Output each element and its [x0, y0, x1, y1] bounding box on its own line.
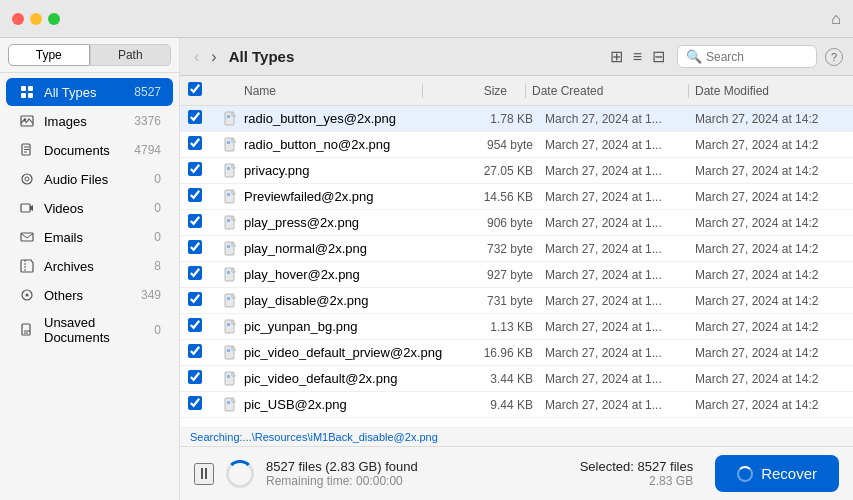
sidebar-item-count-images: 3376: [134, 114, 161, 128]
searching-path: Searching:...\Resources\iM1Back_disable@…: [180, 427, 853, 446]
files-found-label: 8527 files (2.83 GB) found: [266, 459, 568, 474]
table-row[interactable]: play_hover@2x.png 927 byte March 27, 202…: [180, 262, 853, 288]
row-checkbox-9[interactable]: [188, 344, 202, 358]
file-icon-2: [218, 163, 244, 179]
row-modified-2: March 27, 2024 at 14:2: [695, 164, 845, 178]
row-checkbox-10[interactable]: [188, 370, 202, 384]
pause-button[interactable]: ⏸: [194, 463, 214, 485]
search-input[interactable]: [706, 50, 808, 64]
row-checkbox-3[interactable]: [188, 188, 202, 202]
back-button[interactable]: ‹: [190, 46, 203, 68]
sidebar-item-audio-files[interactable]: Audio Files 0: [6, 165, 173, 193]
close-button[interactable]: [12, 13, 24, 25]
table-header: Name Size Date Created Date Modified: [180, 76, 853, 106]
sidebar-item-count-videos: 0: [154, 201, 161, 215]
row-checkbox-6[interactable]: [188, 266, 202, 280]
row-size-11: 9.44 KB: [455, 398, 545, 412]
table-row[interactable]: radio_button_no@2x.png 954 byte March 27…: [180, 132, 853, 158]
row-checkbox-0[interactable]: [188, 110, 202, 124]
svg-rect-39: [227, 375, 230, 378]
forward-button[interactable]: ›: [207, 46, 220, 68]
table-row[interactable]: Previewfailed@2x.png 14.56 KB March 27, …: [180, 184, 853, 210]
sidebar-item-videos[interactable]: Videos 0: [6, 194, 173, 222]
svg-rect-12: [21, 204, 30, 212]
row-checkbox-8[interactable]: [188, 318, 202, 332]
maximize-button[interactable]: [48, 13, 60, 25]
audio-files-icon: [18, 170, 36, 188]
sidebar-item-label-documents: Documents: [44, 143, 134, 158]
view-buttons: ⊞ ≡ ⊟: [606, 45, 669, 68]
svg-rect-33: [227, 297, 230, 300]
row-name-3: Previewfailed@2x.png: [244, 189, 455, 204]
select-all-checkbox[interactable]: [188, 82, 202, 96]
sidebar-tabs: Type Path: [0, 38, 179, 73]
row-checkbox-2[interactable]: [188, 162, 202, 176]
home-icon[interactable]: ⌂: [831, 10, 841, 28]
file-icon-8: [218, 319, 244, 335]
svg-point-11: [25, 177, 29, 181]
table-row[interactable]: play_normal@2x.png 732 byte March 27, 20…: [180, 236, 853, 262]
table-body: radio_button_yes@2x.png 1.78 KB March 27…: [180, 106, 853, 427]
col-created-header: Date Created: [532, 84, 682, 98]
sidebar-item-others[interactable]: Others 349: [6, 281, 173, 309]
sidebar-item-all-types[interactable]: All Types 8527: [6, 78, 173, 106]
row-checkbox-11[interactable]: [188, 396, 202, 410]
table-row[interactable]: pic_video_default_prview@2x.png 16.96 KB…: [180, 340, 853, 366]
grid-view-button[interactable]: ⊞: [606, 45, 627, 68]
sidebar-item-count-unsaved-documents: 0: [154, 323, 161, 337]
file-icon-9: [218, 345, 244, 361]
sidebar-item-count-others: 349: [141, 288, 161, 302]
row-size-9: 16.96 KB: [455, 346, 545, 360]
table-row[interactable]: privacy.png 27.05 KB March 27, 2024 at 1…: [180, 158, 853, 184]
sidebar-item-archives[interactable]: Archives 8: [6, 252, 173, 280]
table-row[interactable]: play_disable@2x.png 731 byte March 27, 2…: [180, 288, 853, 314]
minimize-button[interactable]: [30, 13, 42, 25]
sidebar-item-emails[interactable]: Emails 0: [6, 223, 173, 251]
sidebar-item-label-others: Others: [44, 288, 141, 303]
sidebar: Type Path All Types 8527 Images 3376 Doc…: [0, 38, 180, 500]
row-modified-11: March 27, 2024 at 14:2: [695, 398, 845, 412]
sidebar-item-label-images: Images: [44, 114, 134, 129]
tab-path[interactable]: Path: [90, 44, 172, 66]
row-created-5: March 27, 2024 at 1...: [545, 242, 695, 256]
file-icon-7: [218, 293, 244, 309]
table-row[interactable]: radio_button_yes@2x.png 1.78 KB March 27…: [180, 106, 853, 132]
tab-type[interactable]: Type: [8, 44, 90, 66]
file-icon-0: [218, 111, 244, 127]
table-row[interactable]: play_press@2x.png 906 byte March 27, 202…: [180, 210, 853, 236]
help-icon[interactable]: ?: [825, 48, 843, 66]
svg-rect-31: [227, 271, 230, 274]
row-checkbox-5[interactable]: [188, 240, 202, 254]
row-name-10: pic_video_default@2x.png: [244, 371, 455, 386]
table-row[interactable]: pic_USB@2x.png 9.44 KB March 27, 2024 at…: [180, 392, 853, 418]
row-modified-7: March 27, 2024 at 14:2: [695, 294, 845, 308]
sidebar-item-images[interactable]: Images 3376: [6, 107, 173, 135]
row-checkbox-1[interactable]: [188, 136, 202, 150]
row-created-3: March 27, 2024 at 1...: [545, 190, 695, 204]
row-checkbox-4[interactable]: [188, 214, 202, 228]
svg-rect-23: [227, 167, 230, 170]
row-modified-3: March 27, 2024 at 14:2: [695, 190, 845, 204]
sidebar-item-documents[interactable]: Documents 4794: [6, 136, 173, 164]
sidebar-item-count-audio-files: 0: [154, 172, 161, 186]
table-row[interactable]: pic_yunpan_bg.png 1.13 KB March 27, 2024…: [180, 314, 853, 340]
sidebar-item-unsaved-documents[interactable]: Unsaved Documents 0: [6, 310, 173, 350]
row-modified-10: March 27, 2024 at 14:2: [695, 372, 845, 386]
row-size-3: 14.56 KB: [455, 190, 545, 204]
sidebar-item-count-all-types: 8527: [134, 85, 161, 99]
row-checkbox-7[interactable]: [188, 292, 202, 306]
row-size-7: 731 byte: [455, 294, 545, 308]
row-modified-4: March 27, 2024 at 14:2: [695, 216, 845, 230]
row-size-1: 954 byte: [455, 138, 545, 152]
svg-point-10: [22, 174, 32, 184]
filter-button[interactable]: ⊟: [648, 45, 669, 68]
list-view-button[interactable]: ≡: [629, 45, 646, 68]
recover-button[interactable]: Recover: [715, 455, 839, 492]
row-size-5: 732 byte: [455, 242, 545, 256]
titlebar: ⌂: [0, 0, 853, 38]
row-modified-0: March 27, 2024 at 14:2: [695, 112, 845, 126]
selected-size-label: 2.83 GB: [580, 474, 693, 488]
col-modified-header: Date Modified: [695, 84, 845, 98]
svg-rect-2: [21, 93, 26, 98]
table-row[interactable]: pic_video_default@2x.png 3.44 KB March 2…: [180, 366, 853, 392]
